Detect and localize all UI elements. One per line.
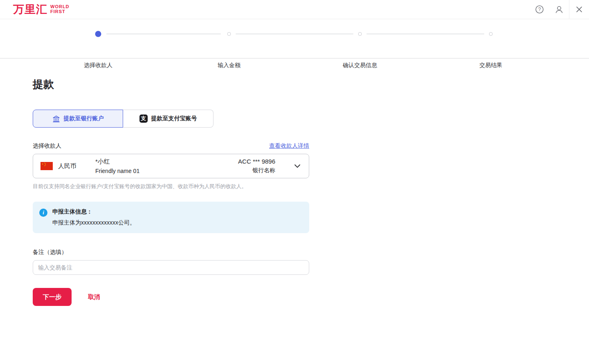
help-button[interactable]: ? xyxy=(530,0,549,19)
chevron-down-icon xyxy=(293,162,301,170)
view-recipient-details-link[interactable]: 查看收款人详情 xyxy=(269,142,309,150)
recipient-name: *小红 xyxy=(95,158,139,166)
recipient-currency: 人民币 xyxy=(58,162,76,170)
user-button[interactable] xyxy=(549,0,569,19)
step-label: 交易结果 xyxy=(425,62,556,69)
recipient-friendly-name: Friendly name 01 xyxy=(95,168,139,174)
step-label: 确认交易信息 xyxy=(294,62,425,69)
step-label: 选择收款人 xyxy=(33,62,164,69)
note-field-label: 备注（选填） xyxy=(33,249,309,256)
svg-text:?: ? xyxy=(538,7,541,12)
step-label: 输入金额 xyxy=(164,62,294,69)
next-step-button[interactable]: 下一步 xyxy=(33,288,72,306)
step-dot-active xyxy=(95,31,101,37)
close-icon xyxy=(576,6,583,13)
worldfirst-logo: 万里汇 WORLD FIRST xyxy=(0,0,70,19)
tab-withdraw-to-bank[interactable]: 提款至银行账户 xyxy=(33,110,123,128)
app-header: 万里汇 WORLD FIRST ? xyxy=(0,0,589,19)
info-box-title: 申报主体信息： xyxy=(52,208,135,216)
step-enter-amount: 输入金额 xyxy=(164,19,294,58)
help-icon: ? xyxy=(535,5,544,14)
main-content: 提款 提款至银行账户 支 提款至支付宝账号 选择收款人 查看收款人详情 xyxy=(0,58,589,306)
withdraw-method-tabs: 提款至银行账户 支 提款至支付宝账号 xyxy=(33,110,556,128)
bank-icon xyxy=(52,115,60,123)
tab-label: 提款至支付宝账号 xyxy=(151,115,197,122)
recipient-field-label: 选择收款人 xyxy=(33,142,61,150)
alipay-icon: 支 xyxy=(139,115,148,123)
close-button[interactable] xyxy=(569,0,589,19)
tab-label: 提款至银行账户 xyxy=(64,115,104,122)
step-dot-idle xyxy=(227,32,231,36)
note-input[interactable] xyxy=(33,260,309,275)
declaration-info-box: i 申报主体信息： 申报主体为xxxxxxxxxxxxx公司。 xyxy=(33,202,309,233)
recipient-bank-name: 银行名称 xyxy=(238,167,275,174)
cancel-button[interactable]: 取消 xyxy=(88,293,100,301)
recipient-helper-text: 目前仅支持同名企业银行账户/支付宝账号的收款国家为中国、收款币种为人民币的收款人… xyxy=(33,183,309,190)
recipient-select[interactable]: 人民币 *小红 Friendly name 01 ACC *** 9896 银行… xyxy=(33,154,309,178)
step-confirm-transaction: 确认交易信息 xyxy=(294,19,425,58)
info-box-body: 申报主体为xxxxxxxxxxxxx公司。 xyxy=(52,219,135,227)
step-dot-idle xyxy=(358,32,362,36)
page-title: 提款 xyxy=(33,77,556,92)
logo-cn-text: 万里汇 xyxy=(13,4,47,15)
step-transaction-result: 交易结果 xyxy=(425,19,556,58)
tab-withdraw-to-alipay[interactable]: 支 提款至支付宝账号 xyxy=(123,110,214,128)
progress-stepper: 选择收款人 输入金额 确认交易信息 交易结果 xyxy=(0,19,589,58)
logo-en-text: WORLD FIRST xyxy=(50,4,70,14)
china-flag-icon xyxy=(40,162,53,170)
user-icon xyxy=(555,5,564,14)
step-select-recipient: 选择收款人 xyxy=(33,19,164,58)
recipient-account-number: ACC *** 9896 xyxy=(238,158,275,165)
info-icon: i xyxy=(39,209,47,217)
step-dot-idle xyxy=(489,32,493,36)
